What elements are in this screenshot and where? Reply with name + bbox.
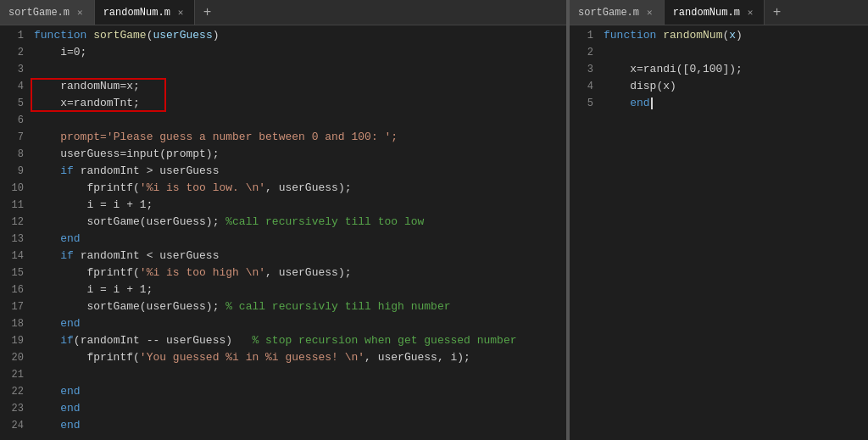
left-code-lines[interactable]: function sortGame(userGuess) i=0; random… [31,25,566,440]
left-code-area: 1 2 3 4 5 6 7 8 9 10 11 12 13 14 15 16 1 [0,25,566,440]
line-num: 3 [576,61,593,78]
line-num: 6 [7,112,24,129]
line-num: 4 [7,78,24,95]
line-num: 17 [7,298,24,315]
line-num: 15 [7,265,24,281]
right-tab-randomnum[interactable]: randomNum.m ✕ [665,0,765,25]
line-num: 12 [7,214,24,231]
right-code-area: 1 2 3 4 5 function randomNum(x) x=randi(… [570,25,868,440]
line-num: 19 [7,332,24,349]
left-line-numbers: 1 2 3 4 5 6 7 8 9 10 11 12 13 14 15 16 1 [0,25,31,440]
line-num: 20 [7,349,24,366]
right-tab-sortgame[interactable]: sortGame.m ✕ [570,0,665,25]
code-line: sortGame(userGuess); % call recursivly t… [34,298,566,315]
code-line: i = i + 1; [34,197,566,214]
line-num: 3 [7,61,24,78]
code-line: x=randi([0,100]); [604,61,868,78]
left-tab-sortgame-close[interactable]: ✕ [75,6,86,19]
code-line: end [34,400,566,417]
line-num: 9 [7,163,24,180]
right-tab-bar: sortGame.m ✕ randomNum.m ✕ + [570,0,868,25]
right-code-lines[interactable]: function randomNum(x) x=randi([0,100]); … [600,25,868,440]
code-line: end [34,383,566,400]
right-tab-add[interactable]: + [765,0,788,25]
left-tab-randomnum[interactable]: randomNum.m ✕ [95,0,196,25]
code-line: end [34,417,566,434]
line-num: 16 [7,281,24,298]
code-line: fprintf('You guessed %i in %i guesses! \… [34,349,566,366]
left-tab-add[interactable]: + [195,0,219,25]
line-num: 5 [7,95,24,112]
right-tab-randomnum-close[interactable]: ✕ [745,6,756,19]
line-num: 14 [7,248,24,265]
line-num: 7 [7,129,24,146]
code-line: fprintf('%i is too high \n', userGuess); [34,265,566,281]
code-line: if randomInt > userGuess [34,163,566,180]
line-num: 11 [7,197,24,214]
code-line: prompt='Please guess a number between 0 … [34,129,566,146]
line-num: 10 [7,180,24,197]
code-line: i = i + 1; [34,281,566,298]
line-num: 24 [7,417,24,434]
code-line: sortGame(userGuess); %call recursively t… [34,214,566,231]
line-num: 5 [576,95,593,112]
right-tab-sortgame-label: sortGame.m [578,7,639,19]
right-line-numbers: 1 2 3 4 5 [570,25,600,440]
code-line: end [34,231,566,248]
code-line: function randomNum(x) [604,27,868,44]
line-num: 2 [7,44,24,61]
code-line: fprintf('%i is too low. \n', userGuess); [34,180,566,197]
code-line: userGuess=input(prompt); [34,146,566,163]
right-tab-sortgame-close[interactable]: ✕ [644,6,655,19]
code-line: end [604,95,868,112]
code-line: if(randomInt -- userGuess) % stop recurs… [34,332,566,349]
line-num: 2 [576,44,593,61]
code-line: end [34,315,566,332]
line-num: 4 [576,78,593,95]
left-tab-sortgame[interactable]: sortGame.m ✕ [0,0,95,25]
code-line: if randomInt < userGuess [34,248,566,265]
left-tab-randomnum-label: randomNum.m [103,7,170,19]
code-line: randomNum=x; [34,78,566,95]
line-num: 18 [7,315,24,332]
line-num: 23 [7,400,24,417]
line-num: 1 [576,27,593,44]
code-line [34,366,566,383]
line-num: 8 [7,146,24,163]
line-num: 22 [7,383,24,400]
left-tab-randomnum-close[interactable]: ✕ [175,6,186,19]
code-line: i=0; [34,44,566,61]
line-num: 21 [7,366,24,383]
code-line: function sortGame(userGuess) [34,27,566,44]
code-line: disp(x) [604,78,868,95]
right-tab-randomnum-label: randomNum.m [673,7,740,19]
code-line [34,61,566,78]
line-num: 13 [7,231,24,248]
line-num: 1 [7,27,24,44]
code-line: x=randomTnt; [34,95,566,112]
code-line [604,44,868,61]
left-tab-sortgame-label: sortGame.m [8,7,70,19]
code-line [34,112,566,129]
left-tab-bar: sortGame.m ✕ randomNum.m ✕ + [0,0,566,25]
